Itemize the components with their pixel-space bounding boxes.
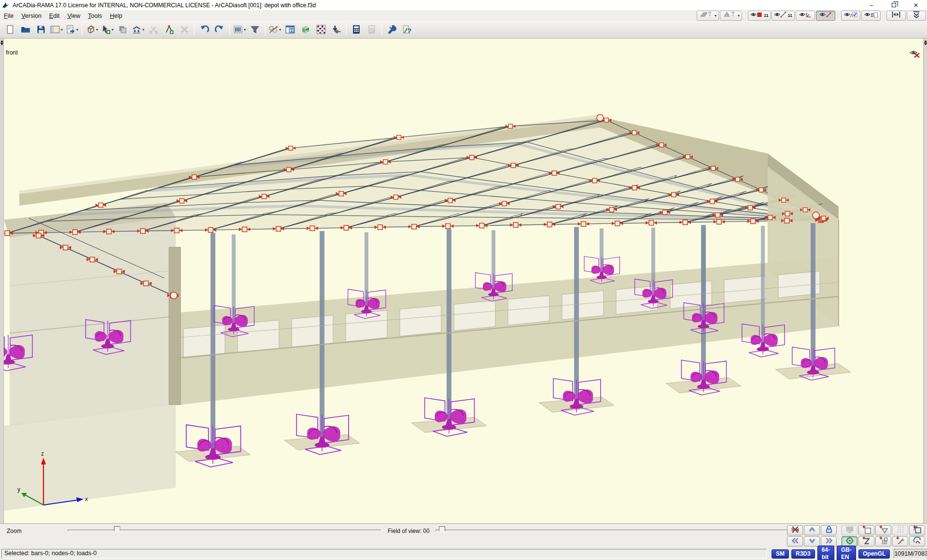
bottom-control-bar: Zoom Field of view: 00: [0, 523, 927, 547]
selectadd-icon: [164, 25, 174, 34]
dotsgrid-icon: [896, 525, 905, 536]
save-project-button[interactable]: [34, 22, 48, 37]
matrix-icon: [316, 25, 326, 34]
eyecheck-icon: [844, 11, 857, 20]
report-button[interactable]: ▾: [65, 22, 79, 37]
add-node-button[interactable]: ▾: [100, 22, 114, 37]
load-matrix-button[interactable]: [314, 22, 328, 37]
rotate-view-square-button[interactable]: [909, 525, 925, 535]
status-badge[interactable]: GB-EN: [837, 546, 856, 560]
selection-status: Selected: bars-0; nodes-0; loads-0: [1, 549, 767, 559]
dropdown-caret-icon[interactable]: ▾: [279, 28, 281, 32]
show-grid-button[interactable]: [861, 11, 881, 21]
cut-button: [146, 22, 161, 37]
rotate-3d-button[interactable]: [909, 536, 925, 546]
arrowplus-icon: [101, 25, 111, 34]
loads-button[interactable]: [329, 22, 344, 37]
generators-button[interactable]: ▾: [267, 22, 282, 37]
lock-icon: [824, 525, 834, 536]
pan-left-button[interactable]: [787, 536, 803, 546]
show-node-numbers-button[interactable]: 11: [748, 11, 771, 21]
select-add-button[interactable]: [162, 22, 176, 37]
pan-right-button[interactable]: [821, 536, 837, 546]
close-view-button[interactable]: [787, 525, 803, 535]
plustri-icon: [879, 525, 888, 536]
eyeaxis-icon: [799, 11, 812, 20]
dropdown-caret-icon[interactable]: ▾: [244, 28, 246, 32]
axis-label-y: y: [17, 486, 20, 493]
center-model-button[interactable]: [842, 536, 857, 546]
status-badge[interactable]: SM: [772, 549, 789, 559]
svg-text:3D: 3D: [305, 30, 309, 33]
app-logo-icon: [2, 1, 10, 9]
close-button-icon[interactable]: ✕: [905, 0, 927, 10]
filter-button[interactable]: [248, 22, 262, 37]
fov-slider-thumb[interactable]: [439, 526, 445, 534]
toolbar-separator: [194, 24, 195, 35]
menu-edit[interactable]: Edit: [45, 12, 64, 20]
menu-version[interactable]: Version: [17, 12, 45, 20]
left-splitter[interactable]: [0, 39, 4, 523]
section-bars-button[interactable]: ▾: [232, 22, 247, 37]
zoom-slider-thumb[interactable]: [114, 526, 120, 534]
move-structure-button[interactable]: ▾: [131, 22, 145, 37]
right-splitter[interactable]: [923, 39, 927, 523]
menu-file[interactable]: File: [0, 12, 17, 20]
dropdown-caret-icon[interactable]: ▾: [61, 28, 63, 32]
open-project-button[interactable]: [18, 22, 33, 37]
close-view-icon[interactable]: [910, 49, 921, 58]
redo-icon: [215, 25, 225, 34]
menu-tools[interactable]: Tools: [84, 12, 106, 20]
fov-slider[interactable]: [435, 530, 791, 532]
redo-button[interactable]: [212, 22, 227, 37]
dropdown-caret-icon[interactable]: ▾: [76, 28, 78, 32]
compass-icon: [913, 536, 922, 547]
undo-icon: [199, 25, 209, 34]
pan-up-button[interactable]: [804, 525, 820, 535]
application-window: ArCADia-RAMA 17.0 License for INTERNAL, …: [0, 0, 927, 560]
model-3d-view[interactable]: z x y: [4, 39, 923, 523]
fov-label: Field of view: 00: [388, 528, 430, 534]
show-dimensions-button[interactable]: [816, 11, 835, 21]
view-3d-button[interactable]: 3D: [298, 22, 313, 37]
new-view-hourglass-button[interactable]: [858, 536, 874, 546]
dropdown-caret-icon[interactable]: ▾: [142, 28, 144, 32]
main-toolbar: ▾▾▾▾▾▾▾3D?: [0, 21, 927, 39]
page-icon: [5, 25, 15, 34]
new-view-grid-button[interactable]: [875, 536, 891, 546]
dropdown-caret-icon[interactable]: ▾: [96, 28, 98, 32]
settings-button[interactable]: [384, 22, 399, 37]
show-local-axes-button[interactable]: [796, 11, 815, 21]
menu-help[interactable]: Help: [106, 12, 126, 20]
calculate-button[interactable]: [349, 22, 364, 37]
help-button[interactable]: ?: [400, 22, 414, 37]
properties-table-button[interactable]: [283, 22, 297, 37]
render-edges-button[interactable]: ▾: [720, 11, 742, 21]
lock-view-button[interactable]: [821, 525, 837, 535]
new-project-button[interactable]: [3, 22, 17, 37]
new-view-triangle-button[interactable]: [875, 525, 891, 535]
fit-view-button[interactable]: [886, 11, 906, 21]
dropdown-caret-icon: ▾: [715, 14, 716, 18]
eyegrid-icon: [864, 11, 878, 20]
new-view-square-button[interactable]: [858, 525, 874, 535]
pan-down-button[interactable]: [804, 536, 820, 546]
render-faces-button[interactable]: ▾: [697, 11, 719, 21]
show-bar-numbers-button[interactable]: 11: [772, 11, 795, 21]
collapse-panel-button[interactable]: [907, 11, 926, 21]
status-badge[interactable]: OpenGL: [858, 549, 890, 559]
status-badge[interactable]: 64-bit: [817, 546, 834, 560]
undo-button[interactable]: [197, 22, 211, 37]
project-manager-button[interactable]: ▾: [49, 22, 64, 37]
copy-button[interactable]: [115, 22, 130, 37]
menu-view[interactable]: View: [63, 12, 84, 20]
show-bars-button[interactable]: [841, 11, 860, 21]
helppage-icon: ?: [402, 25, 412, 34]
minimize-button-icon[interactable]: –: [860, 0, 883, 10]
restore-button-icon[interactable]: [883, 0, 905, 10]
rotsq-icon: [913, 525, 922, 536]
frame-3d-button[interactable]: ▾: [84, 22, 99, 37]
dropdown-caret-icon[interactable]: ▾: [112, 28, 113, 32]
new-view-line-button[interactable]: [892, 536, 908, 546]
status-badge[interactable]: R3D3: [791, 549, 815, 559]
